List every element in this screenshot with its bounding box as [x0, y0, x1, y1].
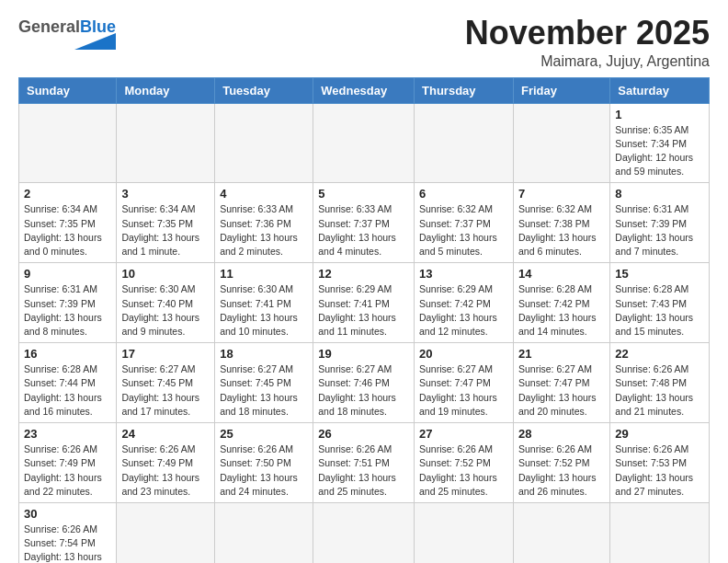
day-info: Sunrise: 6:31 AM Sunset: 7:39 PM Dayligh… [615, 202, 704, 259]
day-info: Sunrise: 6:26 AM Sunset: 7:49 PM Dayligh… [24, 442, 111, 499]
day-header-thursday: Thursday [415, 77, 514, 103]
day-info: Sunrise: 6:29 AM Sunset: 7:42 PM Dayligh… [419, 282, 508, 339]
day-number: 29 [615, 427, 704, 441]
calendar-cell: 5Sunrise: 6:33 AM Sunset: 7:37 PM Daylig… [313, 183, 415, 263]
calendar-cell: 23Sunrise: 6:26 AM Sunset: 7:49 PM Dayli… [19, 423, 117, 503]
day-number: 18 [220, 347, 308, 361]
day-number: 11 [220, 267, 308, 281]
calendar-cell: 25Sunrise: 6:26 AM Sunset: 7:50 PM Dayli… [215, 423, 313, 503]
calendar-cell: 12Sunrise: 6:29 AM Sunset: 7:41 PM Dayli… [313, 263, 415, 343]
day-info: Sunrise: 6:27 AM Sunset: 7:46 PM Dayligh… [318, 362, 409, 419]
calendar-cell: 19Sunrise: 6:27 AM Sunset: 7:46 PM Dayli… [313, 343, 415, 423]
calendar-table: SundayMondayTuesdayWednesdayThursdayFrid… [18, 77, 710, 563]
day-number: 15 [615, 267, 704, 281]
day-number: 2 [24, 187, 111, 201]
calendar-cell: 20Sunrise: 6:27 AM Sunset: 7:47 PM Dayli… [415, 343, 514, 423]
day-number: 17 [121, 347, 210, 361]
day-info: Sunrise: 6:32 AM Sunset: 7:38 PM Dayligh… [518, 202, 605, 259]
calendar-cell: 1Sunrise: 6:35 AM Sunset: 7:34 PM Daylig… [610, 103, 710, 183]
logo-shape [65, 33, 116, 50]
day-info: Sunrise: 6:33 AM Sunset: 7:37 PM Dayligh… [318, 202, 409, 259]
calendar-cell: 13Sunrise: 6:29 AM Sunset: 7:42 PM Dayli… [415, 263, 514, 343]
calendar-cell: 28Sunrise: 6:26 AM Sunset: 7:52 PM Dayli… [513, 423, 609, 503]
svg-marker-0 [74, 33, 116, 50]
calendar-cell: 22Sunrise: 6:26 AM Sunset: 7:48 PM Dayli… [610, 343, 710, 423]
calendar-cell: 29Sunrise: 6:26 AM Sunset: 7:53 PM Dayli… [610, 423, 710, 503]
day-number: 28 [518, 427, 605, 441]
day-number: 13 [419, 267, 508, 281]
day-info: Sunrise: 6:30 AM Sunset: 7:41 PM Dayligh… [220, 282, 308, 339]
day-number: 9 [24, 267, 111, 281]
calendar-cell: 21Sunrise: 6:27 AM Sunset: 7:47 PM Dayli… [513, 343, 609, 423]
day-number: 27 [419, 427, 508, 441]
day-info: Sunrise: 6:26 AM Sunset: 7:54 PM Dayligh… [24, 523, 111, 563]
day-info: Sunrise: 6:27 AM Sunset: 7:47 PM Dayligh… [518, 362, 605, 419]
day-number: 26 [318, 427, 409, 441]
calendar-cell: 2Sunrise: 6:34 AM Sunset: 7:35 PM Daylig… [19, 183, 117, 263]
calendar-cell: 7Sunrise: 6:32 AM Sunset: 7:38 PM Daylig… [513, 183, 609, 263]
day-info: Sunrise: 6:28 AM Sunset: 7:43 PM Dayligh… [615, 282, 704, 339]
calendar-cell: 9Sunrise: 6:31 AM Sunset: 7:39 PM Daylig… [19, 263, 117, 343]
day-info: Sunrise: 6:27 AM Sunset: 7:45 PM Dayligh… [121, 362, 210, 419]
day-number: 20 [419, 347, 508, 361]
calendar-week-row: 23Sunrise: 6:26 AM Sunset: 7:49 PM Dayli… [19, 423, 710, 503]
calendar-week-row: 1Sunrise: 6:35 AM Sunset: 7:34 PM Daylig… [19, 103, 710, 183]
day-info: Sunrise: 6:26 AM Sunset: 7:49 PM Dayligh… [121, 442, 210, 499]
title-section: November 2025 Maimara, Jujuy, Argentina [465, 15, 710, 70]
calendar-week-row: 9Sunrise: 6:31 AM Sunset: 7:39 PM Daylig… [19, 263, 710, 343]
calendar-cell: 10Sunrise: 6:30 AM Sunset: 7:40 PM Dayli… [117, 263, 215, 343]
day-info: Sunrise: 6:26 AM Sunset: 7:52 PM Dayligh… [518, 442, 605, 499]
day-number: 1 [615, 108, 704, 121]
day-info: Sunrise: 6:27 AM Sunset: 7:47 PM Dayligh… [419, 362, 508, 419]
day-header-monday: Monday [117, 77, 215, 103]
day-number: 6 [419, 187, 508, 201]
day-info: Sunrise: 6:31 AM Sunset: 7:39 PM Dayligh… [24, 282, 111, 339]
calendar-cell [610, 502, 710, 563]
calendar-cell: 26Sunrise: 6:26 AM Sunset: 7:51 PM Dayli… [313, 423, 415, 503]
day-number: 24 [121, 427, 210, 441]
calendar-header-row: SundayMondayTuesdayWednesdayThursdayFrid… [19, 77, 710, 103]
day-number: 19 [318, 347, 409, 361]
day-number: 16 [24, 347, 111, 361]
day-info: Sunrise: 6:26 AM Sunset: 7:52 PM Dayligh… [419, 442, 508, 499]
day-number: 25 [220, 427, 308, 441]
calendar-cell: 3Sunrise: 6:34 AM Sunset: 7:35 PM Daylig… [117, 183, 215, 263]
calendar-week-row: 2Sunrise: 6:34 AM Sunset: 7:35 PM Daylig… [19, 183, 710, 263]
calendar-cell: 18Sunrise: 6:27 AM Sunset: 7:45 PM Dayli… [215, 343, 313, 423]
day-header-wednesday: Wednesday [313, 77, 415, 103]
calendar-week-row: 16Sunrise: 6:28 AM Sunset: 7:44 PM Dayli… [19, 343, 710, 423]
calendar-cell [313, 103, 415, 183]
calendar-cell [215, 103, 313, 183]
calendar-cell [415, 103, 514, 183]
day-number: 5 [318, 187, 409, 201]
day-info: Sunrise: 6:34 AM Sunset: 7:35 PM Dayligh… [121, 202, 210, 259]
day-number: 12 [318, 267, 409, 281]
calendar-week-row: 30Sunrise: 6:26 AM Sunset: 7:54 PM Dayli… [19, 502, 710, 563]
day-header-sunday: Sunday [19, 77, 117, 103]
day-number: 30 [24, 507, 111, 521]
calendar-cell [513, 103, 609, 183]
day-header-tuesday: Tuesday [215, 77, 313, 103]
day-info: Sunrise: 6:34 AM Sunset: 7:35 PM Dayligh… [24, 202, 111, 259]
calendar-cell [117, 103, 215, 183]
calendar-cell: 4Sunrise: 6:33 AM Sunset: 7:36 PM Daylig… [215, 183, 313, 263]
calendar-cell: 14Sunrise: 6:28 AM Sunset: 7:42 PM Dayli… [513, 263, 609, 343]
calendar-cell: 11Sunrise: 6:30 AM Sunset: 7:41 PM Dayli… [215, 263, 313, 343]
day-info: Sunrise: 6:26 AM Sunset: 7:48 PM Dayligh… [615, 362, 704, 419]
day-info: Sunrise: 6:26 AM Sunset: 7:51 PM Dayligh… [318, 442, 409, 499]
day-info: Sunrise: 6:33 AM Sunset: 7:36 PM Dayligh… [220, 202, 308, 259]
calendar-cell: 6Sunrise: 6:32 AM Sunset: 7:37 PM Daylig… [415, 183, 514, 263]
day-number: 10 [121, 267, 210, 281]
day-info: Sunrise: 6:35 AM Sunset: 7:34 PM Dayligh… [615, 123, 704, 179]
day-number: 14 [518, 267, 605, 281]
month-title: November 2025 [465, 15, 710, 52]
day-number: 3 [121, 187, 210, 201]
day-number: 4 [220, 187, 308, 201]
location: Maimara, Jujuy, Argentina [465, 53, 710, 70]
day-header-friday: Friday [513, 77, 609, 103]
calendar-cell: 15Sunrise: 6:28 AM Sunset: 7:43 PM Dayli… [610, 263, 710, 343]
day-info: Sunrise: 6:26 AM Sunset: 7:53 PM Dayligh… [615, 442, 704, 499]
day-info: Sunrise: 6:28 AM Sunset: 7:44 PM Dayligh… [24, 362, 111, 419]
day-number: 22 [615, 347, 704, 361]
day-number: 8 [615, 187, 704, 201]
